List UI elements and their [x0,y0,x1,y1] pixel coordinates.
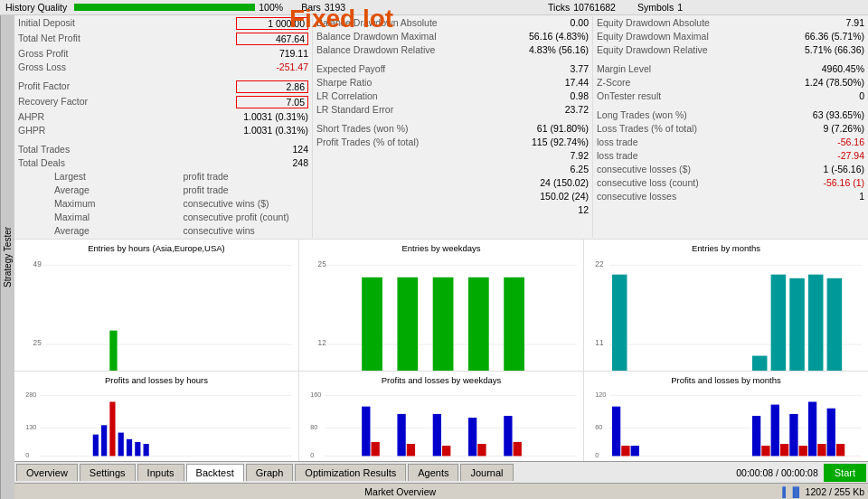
market-overview-label: Market Overview [364,486,436,497]
svg-text:60: 60 [595,423,602,431]
chart-entries-weekdays-title: Entries by weekdays [301,243,581,253]
svg-rect-100 [362,407,370,457]
row-maximal-consec-sub: Maximal consecutive profit (count) [14,211,312,224]
row-initial-deposit: Initial Deposit 1 000.00 [14,16,312,32]
row-avg-consec-losses: consecutive losses 1 [593,190,868,203]
quality-bar-container [74,4,255,11]
row-total-deals: Total Deals 248 [14,156,312,170]
tab-bar: Overview Settings Inputs Backtest Graph … [14,461,868,483]
tab-inputs[interactable]: Inputs [137,464,184,481]
stats-section: Initial Deposit 1 000.00 Total Net Profi… [14,15,868,239]
chart-entries-hours-title: Entries by hours (Asia,Europe,USA) [16,243,297,253]
chart-entries-weekdays-inner: 25 12 0 [301,255,581,371]
row-margin-level: Margin Level 4960.45% [593,62,868,76]
svg-rect-66 [789,278,805,371]
row-ahpr: AHPR 1.0031 (0.31%) [14,110,312,124]
svg-rect-8 [109,331,117,371]
tab-overview[interactable]: Overview [16,464,78,481]
row-avg-wins: 12 [313,203,592,217]
svg-rect-103 [407,444,415,456]
symbols-value: 1 [677,2,683,13]
svg-rect-88 [101,425,107,456]
chart-pl-months-svg: 120 60 0 [586,387,866,464]
row-z-score: Z-Score 1.24 (78.50%) [593,76,868,89]
svg-rect-107 [477,444,486,456]
symbols-label: Symbols [637,2,674,13]
svg-rect-92 [135,442,140,457]
chart-pl-hours-inner: 280 130 0 [16,387,297,464]
chart-pl-weekdays-inner: 160 80 0 [301,387,581,464]
svg-rect-65 [771,275,787,371]
svg-rect-123 [789,414,797,457]
svg-text:22: 22 [595,260,604,268]
row-largest-sub: Largest profit trade [14,170,312,184]
history-quality-label: History Quality [5,2,67,13]
row-gross-profit: Gross Profit 719.11 [14,47,312,61]
memory-display: ▌▐▌ 1202 / 255 Kb [782,486,864,497]
start-button[interactable]: Start [824,464,866,482]
row-largest-loss: loss trade -56.16 [593,136,868,149]
svg-rect-106 [468,418,476,456]
fixed-lot-title: Fixed lot [289,5,393,33]
svg-rect-105 [442,446,450,456]
row-recovery-factor: Recovery Factor 7.05 [14,95,312,110]
svg-rect-62 [612,275,627,371]
strategy-tester-label: Strategy Tester [0,15,14,499]
svg-rect-125 [808,401,816,456]
svg-rect-104 [433,414,441,457]
svg-rect-128 [836,444,844,456]
svg-rect-108 [504,416,512,456]
tab-journal[interactable]: Journal [460,464,513,481]
svg-rect-47 [468,278,489,371]
ticks-label: Ticks [548,2,570,13]
chart-entries-months-inner: 22 11 0 [586,255,866,371]
tab-settings[interactable]: Settings [80,464,136,481]
svg-text:25: 25 [33,339,42,347]
svg-rect-126 [817,444,826,456]
tab-graph[interactable]: Graph [246,464,294,481]
row-max-consec-sub: Maximum consecutive wins ($) [14,197,312,211]
pl-charts-section: Profits and losses by hours 280 130 0 [14,371,868,461]
row-lr-std: LR Standard Error 23.72 [313,103,592,117]
row-max-profit-count: 150.02 (24) [313,190,592,203]
svg-rect-89 [109,401,115,456]
svg-rect-119 [752,416,760,456]
tab-agents[interactable]: Agents [408,464,458,481]
chart-pl-months: Profits and losses by months 120 60 0 [584,372,868,461]
svg-text:11: 11 [595,339,604,347]
row-avg-profit: 6.25 [313,163,592,176]
chart-pl-months-inner: 120 60 0 [586,387,866,464]
row-total-net-profit: Total Net Profit 467.64 [14,32,312,47]
row-long-trades: Long Trades (won %) 63 (93.65%) [593,108,868,122]
row-equity-dd-rel: Equity Drawdown Relative 5.71% (66.36) [593,43,868,57]
timer-display: 00:00:08 / 00:00:08 [736,467,818,478]
tab-optimization[interactable]: Optimization Results [295,464,406,481]
chart-entries-months: Entries by months 22 11 0 [584,240,868,371]
svg-rect-122 [780,444,788,456]
svg-rect-44 [362,278,382,371]
chart-entries-months-title: Entries by months [586,243,866,253]
col2: Balance Drawdown Absolute 0.00 Balance D… [313,16,593,238]
svg-text:130: 130 [25,423,36,431]
row-max-wins: 24 (150.02) [313,176,592,190]
row-short-trades: Short Trades (won %) 61 (91.80%) [313,122,592,136]
svg-text:120: 120 [595,391,606,399]
svg-rect-109 [514,442,522,457]
col1: Initial Deposit 1 000.00 Total Net Profi… [14,16,313,238]
row-equity-dd-abs: Equity Drawdown Absolute 7.91 [593,16,868,30]
chart-pl-hours-title: Profits and losses by hours [16,375,297,385]
status-bar: Market Overview ▌▐▌ 1202 / 255 Kb [14,483,868,499]
svg-rect-90 [118,433,124,457]
row-ghpr: GHPR 1.0031 (0.31%) [14,124,312,137]
row-sharpe: Sharpe Ratio 17.44 [313,76,592,89]
row-balance-dd-rel: Balance Drawdown Relative 4.83% (56.16) [313,43,592,57]
chart-entries-months-svg: 22 11 0 [586,255,866,371]
svg-rect-87 [93,435,99,457]
row-profit-trades: Profit Trades (% of total) 115 (92.74%) [313,136,592,149]
svg-rect-45 [397,278,418,371]
tab-backtest[interactable]: Backtest [186,464,244,482]
chart-entries-hours-svg: 49 25 0 [16,255,297,371]
row-total-trades: Total Trades 124 [14,143,312,156]
svg-rect-118 [631,446,639,456]
svg-rect-124 [799,446,807,456]
